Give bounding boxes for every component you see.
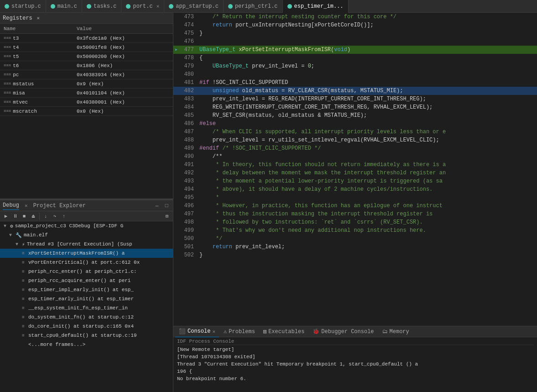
tree-item-elf[interactable]: ▼🔧main.elf: [0, 230, 173, 240]
reg-name: ≡≡≡ mtvec: [0, 99, 73, 105]
tree-item-frame[interactable]: ≡start_cpu0_default() at startup.c:19: [0, 331, 173, 340]
tab-esp-timer[interactable]: esp_timer_im...: [283, 0, 349, 13]
code-scroll[interactable]: 473 /* Return the interrupt nesting coun…: [173, 13, 537, 326]
tab-periph-ctrl[interactable]: periph_ctrl.c: [224, 0, 283, 13]
console-subtitle: IDF Process Console: [177, 338, 533, 345]
line-content: RV_SET_CSR(mstatus, old_mstatus & MSTATU…: [199, 111, 537, 120]
reg-name: ≡≡≡ t4: [0, 45, 73, 50]
reg-icon: ≡≡≡: [4, 63, 11, 68]
tree-item-frame[interactable]: ≡esp_timer_impl_early_init() at esp_: [0, 285, 173, 294]
debug-disconnect-btn[interactable]: ⏏: [29, 212, 37, 220]
debug-maximize-btn[interactable]: □: [163, 202, 170, 209]
tree-item-frame[interactable]: ≡periph_rcc_enter() at periph_ctrl.c:: [0, 267, 173, 276]
tab-app-startup[interactable]: app_startup.c: [164, 0, 224, 13]
tree-item-frame[interactable]: ≡periph_rcc_acquire_enter() at peri: [0, 276, 173, 285]
line-number: 485: [179, 111, 199, 120]
console-tab-console[interactable]: ⬛ Console ✕: [175, 326, 219, 337]
tree-item-frame[interactable]: ≡do_core_init() at startup.c:165 0x4: [0, 322, 173, 331]
debug-minimize-btn[interactable]: —: [153, 202, 161, 209]
console-tab-label-problems: Problems: [229, 329, 255, 335]
frame-label: start_cpu0_default() at startup.c:19: [28, 333, 137, 338]
console-tab-problems[interactable]: ⚠ Problems: [220, 326, 259, 337]
line-marker: [173, 144, 179, 152]
tree-item-frame[interactable]: ≡do_system_init_fn() at startup.c:12: [0, 313, 173, 322]
reg-name: ≡≡≡ t6: [0, 63, 73, 68]
register-row[interactable]: ≡≡≡ misa 0x40101104 (Hex): [0, 89, 173, 98]
frame-label: esp_timer_early_init() at esp_timer: [28, 296, 134, 302]
code-line: 502}: [173, 251, 537, 259]
tree-item-frame[interactable]: ≡vPortEnterCritical() at port.c:612 0x: [0, 258, 173, 267]
reg-name: ≡≡≡ mstatus: [0, 81, 73, 87]
register-row[interactable]: ≡≡≡ t3 0x3fcde1a0 (Hex): [0, 34, 173, 43]
registers-header: Name Value: [0, 24, 173, 34]
line-content: prev_int_level = rv_utils_set_intlevel_r…: [199, 136, 537, 144]
line-content: * the moment a potential lower-priority …: [199, 177, 537, 185]
tree-item-frame[interactable]: ≡__esp_system_init_fn_esp_timer_in: [0, 303, 173, 313]
line-number: 494: [179, 185, 199, 193]
main-layout: Registers ✕ Name Value ≡≡≡ t3 0x3fcde1a0…: [0, 13, 537, 392]
line-number: 482: [179, 87, 199, 95]
debug-tab-project-explorer[interactable]: Project Explorer: [33, 202, 86, 210]
console-tab-executables[interactable]: ▤ Executables: [260, 326, 308, 337]
debug-stepreturn-btn[interactable]: ↑: [60, 212, 68, 220]
debug-resume-btn[interactable]: ▶: [2, 212, 10, 220]
reg-icon: ≡≡≡: [4, 45, 11, 50]
debug-collapse-btn[interactable]: ⊞: [163, 212, 171, 220]
line-number: 495: [179, 193, 199, 202]
tab-port[interactable]: port.c ✕: [121, 0, 164, 13]
register-row[interactable]: ≡≡≡ t6 0x1806 (Hex): [0, 61, 173, 70]
code-line: 479 UBaseType_t prev_int_level = 0;: [173, 62, 537, 70]
console-tab-label-memory: Memory: [390, 329, 409, 335]
line-content: prev_int_level = REG_READ(INTERRUPT_CURR…: [199, 95, 537, 103]
line-number: 489: [179, 144, 199, 152]
tab-tasks[interactable]: tasks.c: [82, 0, 121, 13]
console-lines: [New Remote target][Thread 1070134308 ex…: [177, 346, 533, 382]
line-content: * In theory, this function should not re…: [199, 161, 537, 169]
frame-label: esp_timer_impl_early_init() at esp_: [28, 287, 134, 293]
console-tab-memory[interactable]: 🗂 Memory: [379, 326, 413, 337]
tree-item-frame[interactable]: <...more frames...>: [0, 340, 173, 349]
tab-main[interactable]: main.c: [46, 0, 82, 13]
project-label: sample_project_c3 C3Debug [ESP-IDF G: [15, 223, 124, 229]
register-row[interactable]: ≡≡≡ t4 0x50001fe8 (Hex): [0, 43, 173, 52]
console-tab-close[interactable]: ✕: [212, 329, 215, 335]
line-marker: [173, 152, 179, 161]
tree-item-thread[interactable]: ▼⚡Thread #3 [Current Execution] (Susp: [0, 240, 173, 249]
debug-stop-btn[interactable]: ■: [20, 212, 28, 220]
code-line: 481#if !SOC_INT_CLIC_SUPPORTED: [173, 78, 537, 87]
tree-item-frame[interactable]: ≡esp_timer_early_init() at esp_timer: [0, 294, 173, 303]
code-table: 473 /* Return the interrupt nesting coun…: [173, 13, 537, 259]
tree-item-frame[interactable]: ≡xPortSetInterruptMaskFromISR() a: [0, 249, 173, 258]
tab-icon-port: [126, 4, 130, 9]
code-line: 478{: [173, 54, 537, 62]
tab-startup[interactable]: startup.c: [0, 0, 46, 13]
line-number: 491: [179, 161, 199, 169]
memory-icon: 🗂: [382, 328, 388, 335]
line-number: 490: [179, 152, 199, 161]
debug-stepinto-btn[interactable]: ↓: [42, 212, 50, 220]
debug-suspend-btn[interactable]: ⏸: [11, 212, 19, 220]
line-number: 493: [179, 177, 199, 185]
line-content: {: [199, 54, 537, 62]
code-line: 493 * the moment a potential lower-prior…: [173, 177, 537, 185]
register-rows: ≡≡≡ t3 0x3fcde1a0 (Hex) ≡≡≡ t4 0x50001fe…: [0, 34, 173, 116]
tab-close-port[interactable]: ✕: [156, 3, 160, 9]
frame-icon: ≡: [22, 333, 28, 338]
registers-close-btn[interactable]: ✕: [35, 15, 42, 22]
register-row[interactable]: ≡≡≡ t5 0x50000200 (Hex): [0, 52, 173, 61]
debug-stepover-btn[interactable]: ↷: [51, 212, 59, 220]
register-row[interactable]: ≡≡≡ mscratch 0x0 (Hex): [0, 107, 173, 116]
line-number: 473: [179, 13, 199, 21]
console-tabbar: ⬛ Console ✕ ⚠ Problems ▤ Executables 🐞 D…: [173, 326, 537, 337]
debug-close[interactable]: ✕: [25, 203, 28, 209]
console-tab-debugger[interactable]: 🐞 Debugger Console: [309, 326, 377, 337]
line-marker: [173, 62, 179, 70]
reg-name: ≡≡≡ misa: [0, 90, 73, 96]
debug-tab-debug[interactable]: Debug: [3, 201, 19, 210]
tree-item-project[interactable]: ▼⚙sample_project_c3 C3Debug [ESP-IDF G: [0, 221, 173, 230]
reg-icon: ≡≡≡: [4, 91, 11, 95]
register-row[interactable]: ≡≡≡ mstatus 0x9 (Hex): [0, 79, 173, 89]
register-row[interactable]: ≡≡≡ mtvec 0x40380001 (Hex): [0, 98, 173, 107]
register-row[interactable]: ≡≡≡ pc 0x40383934 (Hex): [0, 70, 173, 79]
line-content: * followed by two instructions: `ret` an…: [199, 218, 537, 226]
